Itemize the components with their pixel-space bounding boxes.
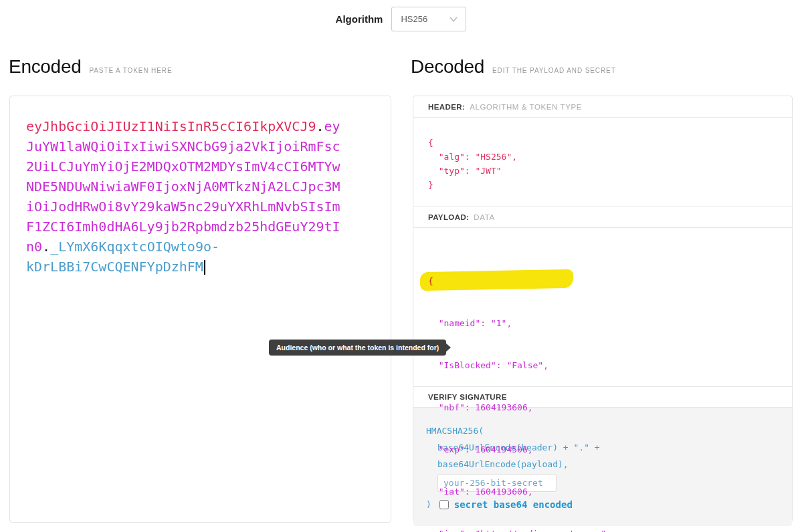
payload-section-label: PAYLOAD: <box>428 213 469 221</box>
payload-json-editor[interactable]: { "nameid": "1", "IsBlocked": "False", "… <box>413 228 792 386</box>
payload-json-line: "nameid": "1", <box>428 316 777 330</box>
audience-tooltip: Audience (who or what the token is inten… <box>269 340 446 356</box>
encoded-subtitle: PASTE A TOKEN HERE <box>89 67 172 74</box>
header-section-sublabel: ALGORITHM & TOKEN TYPE <box>470 103 582 111</box>
payload-section-title: PAYLOAD: DATA <box>413 207 792 228</box>
payload-json-line: { <box>428 274 777 288</box>
decoded-heading: Decoded EDIT THE PAYLOAD AND SECRET <box>411 56 616 78</box>
chevron-down-icon <box>449 17 458 22</box>
payload-json-line: "iss": "http://codingsonata.com", <box>428 527 777 532</box>
algorithm-selected-value: HS256 <box>401 14 427 24</box>
encoded-heading: Encoded PASTE A TOKEN HERE <box>9 56 172 78</box>
token-signature-segment: _LYmX6KqqxtcOIQwto9o-kDrLBBi7CwCQENFYpDz… <box>26 239 219 275</box>
header-section-label: HEADER: <box>428 103 465 111</box>
token-payload-segment: eyJuYW1laWQiOiIxIiwiSXNCbG9ja2VkIjoiRmFs… <box>26 118 340 255</box>
algorithm-select[interactable]: HS256 <box>391 7 466 31</box>
token-separator-2: . <box>42 239 50 255</box>
payload-json-line: "nbf": 1604193606, <box>428 400 777 414</box>
algorithm-label: Algorithm <box>336 13 383 25</box>
encoded-token-box: eyJhbGciOiJIUzI1NiIsInR5cCI6IkpXVCJ9.eyJ… <box>9 96 391 523</box>
header-section-title: HEADER: ALGORITHM & TOKEN TYPE <box>413 96 792 118</box>
text-caret <box>204 260 205 275</box>
decoded-title: Decoded <box>411 56 484 78</box>
decoded-panel: HEADER: ALGORITHM & TOKEN TYPE { "alg": … <box>413 96 793 523</box>
payload-json-line: "exp": 1604194506, <box>428 442 777 456</box>
payload-section-sublabel: DATA <box>474 213 494 221</box>
algorithm-bar: Algorithm HS256 <box>0 7 802 31</box>
encoded-title: Encoded <box>9 56 81 78</box>
payload-json-line-isblocked: "IsBlocked": "False", <box>428 358 777 372</box>
decoded-subtitle: EDIT THE PAYLOAD AND SECRET <box>492 67 616 74</box>
token-header-segment: eyJhbGciOiJIUzI1NiIsInR5cCI6IkpXVCJ9 <box>26 118 316 134</box>
token-separator-1: . <box>316 118 324 134</box>
header-json-editor[interactable]: { "alg": "HS256", "typ": "JWT" } <box>413 118 792 207</box>
token-editor[interactable]: eyJhbGciOiJIUzI1NiIsInR5cCI6IkpXVCJ9.eyJ… <box>26 116 344 277</box>
payload-json-line: "iat": 1604193606, <box>428 485 777 499</box>
